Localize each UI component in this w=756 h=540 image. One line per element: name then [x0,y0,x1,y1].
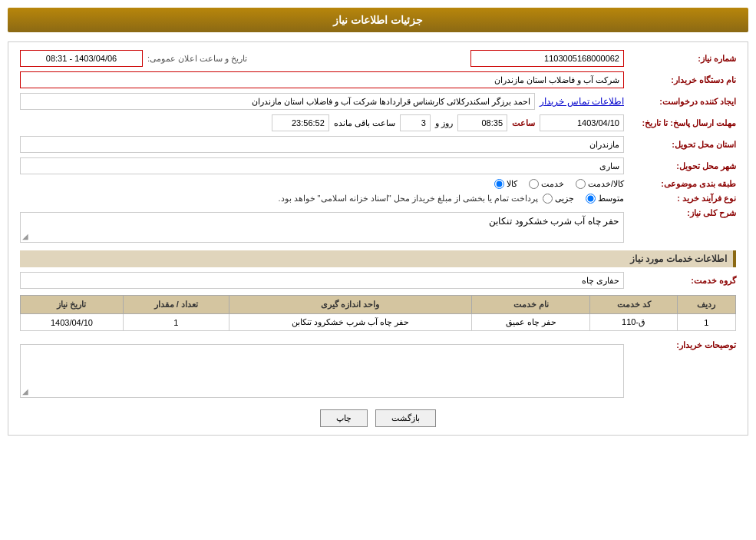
purchase-jozee-label: جزیی [555,194,574,204]
category-kala-khadamat-label: کالا/خدمت [588,179,624,189]
category-khadamat-label: خدمت [541,179,564,189]
need-number-label: شماره نیاز: [629,54,736,64]
row-buyer-notes: توصیحات خریدار: [20,340,736,398]
deadline-remaining-input[interactable] [272,114,329,131]
col-row: ردیف [677,296,735,314]
col-code: کد خدمت [590,296,677,314]
col-quantity: تعداد / مقدار [123,296,229,314]
cell-row: 1 [677,314,735,331]
row-buyer-org: نام دستگاه خریدار: [20,71,736,88]
row-category: طبقه بندی موضوعی: کالا/خدمت خدمت کالا [20,179,736,189]
cell-name: حفر چاه عمیق [472,314,590,331]
purchase-note: پرداخت تمام یا بخشی از مبلغ خریداز محل "… [20,194,538,204]
purchase-type-radio-group: متوسط جزیی [543,194,624,204]
buyer-notes-label: توصیحات خریدار: [629,340,736,350]
cell-date: 1403/04/10 [21,314,124,331]
creator-link[interactable]: اطلاعات تماس خریدار [540,96,624,107]
row-creator: ایجاد کننده درخواست: اطلاعات تماس خریدار [20,93,736,110]
page-wrapper: جزئیات اطلاعات نیاز شماره نیاز: تاریخ و … [0,0,756,540]
row-city: شهر محل تحویل: [20,157,736,174]
cell-unit: حفر چاه آب شرب خشکرود تنکابن [229,314,471,331]
form-container: شماره نیاز: تاریخ و ساعت اعلان عمومی: نا… [8,41,748,436]
announce-date-input[interactable] [20,50,143,67]
province-label: استان محل تحویل: [629,140,736,150]
col-unit: واحد اندازه گیری [229,296,471,314]
buyer-org-label: نام دستگاه خریدار: [629,75,736,85]
announce-date-label: تاریخ و ساعت اعلان عمومی: [147,54,247,64]
category-kala-label: کالا [507,179,517,189]
cell-quantity: 1 [123,314,229,331]
province-input[interactable] [20,136,624,153]
deadline-remaining-label: ساعت باقی مانده [334,118,395,128]
buyer-org-input[interactable] [20,71,624,88]
service-group-label: گروه خدمت: [629,276,736,286]
purchase-type-mottavaset[interactable]: متوسط [586,194,624,204]
category-radio-khadamat[interactable]: خدمت [529,179,564,189]
category-label: طبقه بندی موضوعی: [629,179,736,189]
need-number-input[interactable] [470,50,624,67]
purchase-mottavaset-label: متوسط [598,194,624,204]
deadline-label: مهلت ارسال پاسخ: تا تاریخ: [629,118,736,128]
row-province: استان محل تحویل: [20,136,736,153]
table-row: 1 ق-110 حفر چاه عمیق حفر چاه آب شرب خشکر… [21,314,736,331]
deadline-time-label: ساعت [512,118,535,128]
row-need-description: شرح کلی نیاز: حفر چاه آب شرب خشکرود تنکا… [20,208,736,243]
services-section-title: اطلاعات خدمات مورد نیاز [20,250,736,267]
deadline-day-label: روز و [435,118,453,128]
category-radio-group: کالا/خدمت خدمت کالا [494,179,624,189]
purchase-type-jozee[interactable]: جزیی [543,194,574,204]
creator-label: ایجاد کننده درخواست: [629,97,736,107]
service-group-input[interactable] [20,272,624,289]
col-date: تاریخ نیاز [21,296,124,314]
deadline-time-input[interactable] [457,114,507,131]
button-row: بازگشت چاپ [20,409,736,427]
deadline-days-input[interactable] [400,114,431,131]
row-need-number: شماره نیاز: تاریخ و ساعت اعلان عمومی: [20,50,736,67]
row-purchase-type: نوع فرآیند خرید : متوسط جزیی پرداخت تمام… [20,194,736,204]
category-radio-kala-khadamat[interactable]: کالا/خدمت [576,179,624,189]
city-input[interactable] [20,157,624,174]
col-name: نام خدمت [472,296,590,314]
row-deadline: مهلت ارسال پاسخ: تا تاریخ: ساعت روز و سا… [20,114,736,131]
category-radio-kala[interactable]: کالا [494,179,517,189]
city-label: شهر محل تحویل: [629,161,736,171]
print-button[interactable]: چاپ [320,409,368,427]
need-description-label: شرح کلی نیاز: [629,208,736,218]
creator-name-input[interactable] [20,93,535,110]
purchase-type-label: نوع فرآیند خرید : [629,194,736,204]
need-description-box: حفر چاه آب شرب خشکرود تنکابن [20,212,624,243]
cell-code: ق-110 [590,314,677,331]
services-table: ردیف کد خدمت نام خدمت واحد اندازه گیری ت… [20,295,736,331]
need-description-text: حفر چاه آب شرب خشکرود تنکابن [489,216,619,227]
back-button[interactable]: بازگشت [375,409,436,427]
buyer-notes-box[interactable] [20,344,624,398]
deadline-date-input[interactable] [540,114,624,131]
row-service-group: گروه خدمت: [20,272,736,289]
page-title: جزئیات اطلاعات نیاز [8,8,748,32]
